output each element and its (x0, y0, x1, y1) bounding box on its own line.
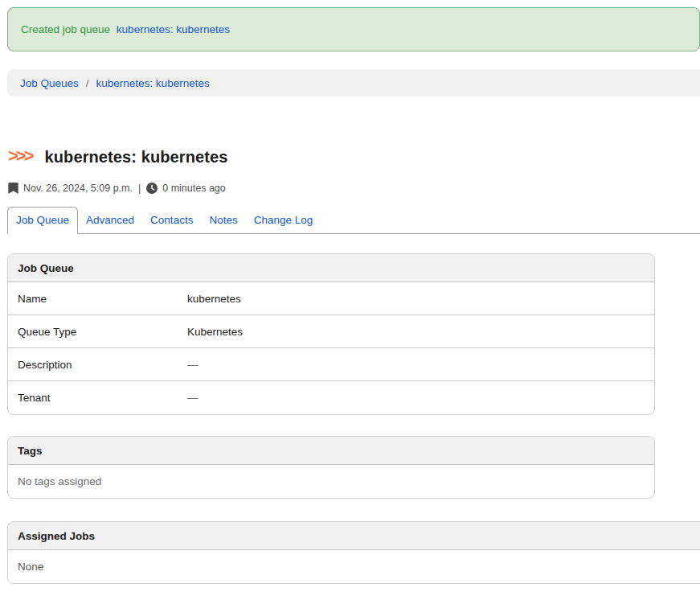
tab-change-log[interactable]: Change Log (246, 208, 321, 233)
table-row-name: Namekubernetes (8, 282, 654, 315)
tags-card: Tags No tags assigned (7, 436, 655, 499)
last-updated: 0 minutes ago (162, 183, 226, 194)
tab-advanced[interactable]: Advanced (78, 208, 142, 233)
page: Created job queue kubernetes: kubernetes… (0, 0, 700, 596)
clock-icon (146, 183, 158, 194)
app-logo-chevrons-icon: >>> (8, 147, 32, 165)
breadcrumb-link-job-queues[interactable]: Job Queues (20, 77, 79, 89)
object-meta: Nov. 26, 2024, 5:09 p.m. | 0 minutes ago (8, 181, 700, 195)
bookmark-icon (8, 183, 18, 194)
tags-empty-text: No tags assigned (8, 465, 654, 498)
tags-card-title: Tags (8, 437, 654, 465)
row-value: kubernetes (178, 284, 251, 314)
job-queue-card: Job Queue NamekubernetesQueue TypeKubern… (7, 253, 655, 415)
meta-separator: | (138, 183, 141, 194)
title-row: >>> kubernetes: kubernetes (8, 146, 700, 168)
breadcrumb-separator: / (86, 77, 89, 89)
row-label: Queue Type (8, 317, 178, 347)
tab-notes[interactable]: Notes (201, 208, 245, 233)
tab-contacts[interactable]: Contacts (142, 208, 201, 233)
alert-message: Created job queue (21, 23, 110, 35)
success-alert: Created job queue kubernetes: kubernetes (7, 7, 700, 51)
created-date: Nov. 26, 2024, 5:09 p.m. (23, 183, 133, 194)
table-row-queue-type: Queue TypeKubernetes (8, 315, 654, 348)
page-title: kubernetes: kubernetes (45, 148, 228, 166)
breadcrumb: Job Queues/kubernetes: kubernetes (7, 69, 700, 97)
row-value: — (178, 350, 208, 380)
job-queue-table: NamekubernetesQueue TypeKubernetesDescri… (8, 282, 654, 414)
row-label: Name (8, 284, 178, 314)
row-value: — (178, 383, 208, 413)
tab-bar: Job QueueAdvancedContactsNotesChange Log (7, 207, 700, 234)
row-value: Kubernetes (178, 317, 252, 347)
table-row-tenant: Tenant— (8, 381, 654, 414)
assigned-jobs-empty-text: None (8, 550, 700, 583)
row-label: Tenant (8, 383, 178, 413)
table-row-description: Description— (8, 348, 654, 381)
row-label: Description (8, 350, 178, 380)
assigned-jobs-card-title: Assigned Jobs (8, 522, 700, 550)
job-queue-card-title: Job Queue (8, 254, 654, 282)
breadcrumb-link-kubernetes-kubernetes[interactable]: kubernetes: kubernetes (96, 77, 210, 89)
assigned-jobs-card: Assigned Jobs None (7, 521, 700, 584)
alert-object-link[interactable]: kubernetes: kubernetes (117, 23, 230, 35)
tab-job-queue[interactable]: Job Queue (7, 207, 78, 234)
